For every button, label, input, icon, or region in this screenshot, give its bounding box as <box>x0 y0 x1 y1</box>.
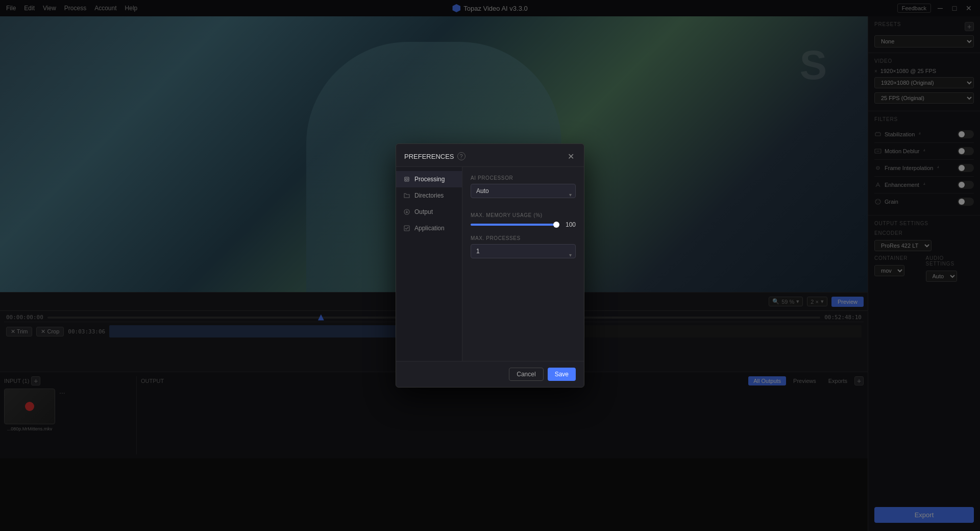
nav-application-label: Application <box>414 225 445 232</box>
modal-content: AI PROCESSOR Auto GPU 0 CPU ▾ MAX. MEMOR… <box>462 167 584 361</box>
help-icon[interactable]: ? <box>457 152 465 160</box>
processes-label: MAX. PROCESSES <box>471 235 576 241</box>
modal-header: PREFERENCES ? ✕ <box>396 144 584 167</box>
modal-close-button[interactable]: ✕ <box>566 151 576 161</box>
svg-rect-16 <box>404 226 409 231</box>
nav-directories-label: Directories <box>414 192 444 199</box>
svg-rect-12 <box>405 177 409 181</box>
nav-directories[interactable]: Directories <box>396 187 462 204</box>
download-icon <box>403 208 410 215</box>
save-button[interactable]: Save <box>548 368 576 381</box>
nav-output[interactable]: Output <box>396 204 462 220</box>
modal-sidebar: Processing Directories Output <box>396 167 462 361</box>
application-icon <box>403 225 410 232</box>
folder-icon <box>403 192 410 199</box>
memory-slider-thumb[interactable] <box>553 222 559 228</box>
processes-select[interactable]: 1 2 3 4 <box>471 244 576 258</box>
processes-wrap: 1 2 3 4 ▾ <box>471 244 576 266</box>
nav-processing[interactable]: Processing <box>396 171 462 187</box>
memory-slider-track[interactable] <box>471 224 556 226</box>
ai-processor-wrap: Auto GPU 0 CPU ▾ <box>471 184 576 205</box>
modal-title-text: PREFERENCES <box>404 153 454 160</box>
ai-processor-select[interactable]: Auto GPU 0 CPU <box>471 184 576 198</box>
processing-icon <box>403 176 410 183</box>
memory-value-display: 100 <box>560 221 576 228</box>
memory-label: MAX. MEMORY USAGE (%) <box>471 212 576 218</box>
nav-output-label: Output <box>414 208 433 215</box>
modal-title-area: PREFERENCES ? <box>404 152 465 160</box>
modal-footer: Cancel Save <box>396 361 584 387</box>
nav-application[interactable]: Application <box>396 220 462 236</box>
modal-body: Processing Directories Output <box>396 167 584 361</box>
nav-processing-label: Processing <box>414 176 445 183</box>
memory-slider-fill <box>471 224 556 226</box>
modal-overlay: PREFERENCES ? ✕ Processing <box>0 0 980 531</box>
cancel-button[interactable]: Cancel <box>509 368 543 381</box>
preferences-modal: PREFERENCES ? ✕ Processing <box>396 143 584 388</box>
svg-point-13 <box>406 178 408 180</box>
ai-processor-label: AI PROCESSOR <box>471 175 576 181</box>
memory-slider-row: 100 <box>471 221 576 228</box>
